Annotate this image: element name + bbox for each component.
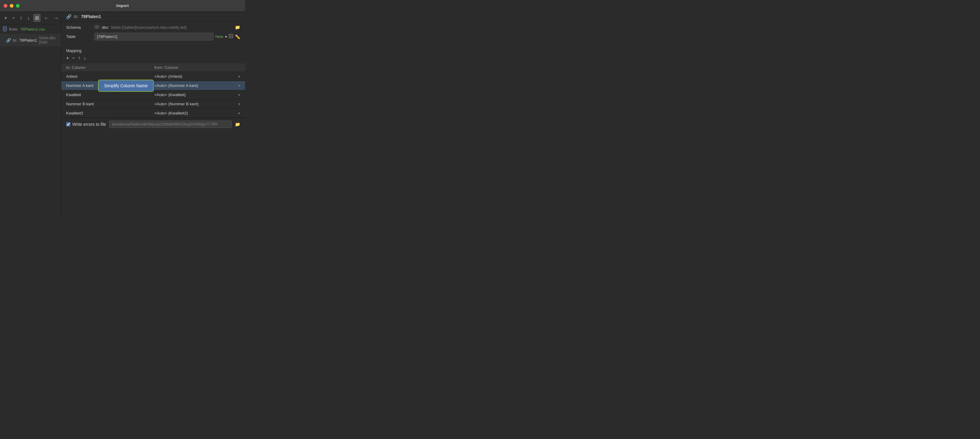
sidebar: + − ↑ ↓ ⊞ ← → from: 78Platen1.csv 🔗 to: …	[0, 12, 61, 220]
maximize-button[interactable]	[16, 4, 20, 8]
from-col-wrap: <Auto> (Nummer B kant)▾	[154, 102, 240, 106]
source-item[interactable]: from: 78Platen1.csv	[0, 24, 61, 34]
mapping-from-col: <Auto> (Nummer B kant)▾	[150, 100, 245, 109]
from-col-dropdown-button[interactable]: ▾	[238, 93, 240, 97]
table-label: Table	[66, 34, 91, 39]
move-up-button[interactable]: ↑	[19, 15, 24, 21]
grid-view-button[interactable]: ⊞	[33, 14, 40, 22]
new-badge: New	[215, 34, 223, 39]
mapping-to-col: Nummer A kantSimplify Column Name	[61, 81, 150, 90]
from-col-text: <Auto> (Kwaliteit2)	[154, 111, 188, 115]
traffic-lights	[4, 4, 20, 8]
mapping-toolbar: + − ↑ ↓	[61, 54, 245, 64]
svg-rect-5	[97, 25, 99, 27]
move-down-button[interactable]: ↓	[26, 15, 31, 21]
schema-db-icon	[94, 25, 99, 30]
from-col-wrap: <Auto> (Nummer A kant)▾	[154, 83, 240, 88]
from-col-dropdown-button[interactable]: ▾	[238, 102, 240, 106]
schema-label: Schema	[66, 25, 91, 30]
error-file-folder-button[interactable]: 📁	[235, 122, 240, 127]
target-link-icon: 🔗	[6, 38, 11, 43]
mapping-from-col: <Auto> (Nummer A kant)▾	[150, 81, 245, 90]
svg-rect-7	[97, 27, 99, 29]
target-label: to:	[13, 38, 17, 43]
form-section: Schema dbo Sable [Sable@sanctuarium.labs…	[61, 22, 245, 46]
mapping-move-up-button[interactable]: ↑	[78, 56, 81, 61]
mapping-to-col: Nummer B kant	[61, 100, 150, 109]
bottom-bar: Write errors to file 📁	[61, 118, 245, 130]
schema-user: Sable [Sable@sanctuarium.labs.intellij.n…	[111, 25, 186, 30]
col-header-from: from: Column	[150, 64, 245, 72]
target-schema-short: Sable.dbo [Sabl	[39, 36, 58, 45]
mapping-remove-button[interactable]: −	[72, 56, 75, 61]
mapping-row[interactable]: Kwaliteit2<Auto> (Kwaliteit2)▾	[61, 109, 245, 118]
svg-rect-4	[94, 25, 97, 27]
from-col-dropdown-button[interactable]: ▾	[238, 84, 240, 88]
panel-link-icon: 🔗	[66, 14, 72, 19]
from-col-text: <Auto> (Kwaliteit)	[154, 92, 186, 97]
panel-target-name: 78Platen1	[81, 14, 101, 19]
table-edit-icon[interactable]	[229, 34, 233, 39]
table-name-input[interactable]	[94, 33, 213, 40]
schema-dbname: dbo	[102, 25, 108, 30]
col-header-to: to: Column	[61, 64, 150, 72]
remove-button[interactable]: −	[11, 15, 16, 21]
schema-value: dbo Sable [Sable@sanctuarium.labs.intell…	[94, 25, 240, 30]
minimize-button[interactable]	[10, 4, 13, 8]
source-filename: 78Platen1.csv	[20, 27, 45, 32]
from-col-wrap: <Auto> (Kwaliteit2)▾	[154, 111, 240, 115]
mapping-from-col: <Auto> (Artiest)▾	[150, 72, 245, 81]
right-panel: 🔗 to: 78Platen1 Schema dbo Sable [Sable@…	[61, 12, 245, 220]
source-label: from:	[9, 27, 18, 32]
from-col-text: <Auto> (Artiest)	[154, 74, 182, 79]
write-errors-wrap: Write errors to file	[66, 122, 106, 127]
table-dropdown-button[interactable]: ▾	[225, 35, 227, 39]
write-errors-checkbox[interactable]	[66, 122, 70, 126]
svg-rect-6	[94, 27, 97, 29]
back-button[interactable]: ←	[43, 15, 50, 21]
panel-header-label: to:	[74, 14, 79, 19]
from-col-wrap: <Auto> (Kwaliteit)▾	[154, 92, 240, 97]
from-col-wrap: <Auto> (Artiest)▾	[154, 74, 240, 79]
mapping-row[interactable]: Nummer A kantSimplify Column Name<Auto> …	[61, 81, 245, 90]
table-field-container: New ▾ ✏️	[94, 33, 240, 40]
from-col-dropdown-button[interactable]: ▾	[238, 111, 240, 115]
mapping-from-col: <Auto> (Kwaliteit)▾	[150, 90, 245, 100]
schema-folder-button[interactable]: 📁	[235, 25, 240, 30]
write-errors-label: Write errors to file	[72, 122, 106, 127]
mapping-row[interactable]: Kwaliteit<Auto> (Kwaliteit)▾	[61, 90, 245, 100]
sidebar-toolbar: + − ↑ ↓ ⊞ ← →	[0, 12, 61, 24]
table-row-form: Table New ▾ ✏️	[66, 33, 240, 40]
simplify-column-name-tooltip[interactable]: Simplify Column Name	[98, 80, 154, 92]
forward-button[interactable]: →	[52, 15, 60, 21]
mapping-to-col: Kwaliteit2	[61, 109, 150, 118]
schema-row: Schema dbo Sable [Sable@sanctuarium.labs…	[66, 25, 240, 30]
mapping-table: to: Column from: Column Artiest<Auto> (A…	[61, 64, 245, 118]
from-col-dropdown-button[interactable]: ▾	[238, 75, 240, 79]
mapping-row[interactable]: Nummer B kant<Auto> (Nummer B kant)▾	[61, 100, 245, 109]
window-title: Import	[116, 3, 129, 8]
main-layout: + − ↑ ↓ ⊞ ← → from: 78Platen1.csv 🔗 to: …	[0, 12, 245, 220]
close-button[interactable]	[4, 4, 7, 8]
from-col-text: <Auto> (Nummer A kant)	[154, 83, 198, 88]
mapping-row[interactable]: Artiest<Auto> (Artiest)▾	[61, 72, 245, 81]
source-file-icon	[3, 26, 7, 32]
target-tablename: 78Platen1	[19, 38, 37, 43]
mapping-label: Mapping	[61, 46, 245, 54]
error-file-path-input[interactable]	[109, 121, 232, 128]
mapping-add-button[interactable]: +	[66, 56, 69, 61]
panel-header: 🔗 to: 78Platen1	[61, 12, 245, 22]
target-item[interactable]: 🔗 to: 78Platen1 Sable.dbo [Sabl	[0, 34, 61, 46]
mapping-move-down-button[interactable]: ↓	[84, 56, 86, 61]
titlebar: Import	[0, 0, 245, 12]
mapping-from-col: <Auto> (Kwaliteit2)▾	[150, 109, 245, 118]
table-link-edit-button[interactable]: ✏️	[235, 34, 240, 39]
add-button[interactable]: +	[3, 15, 8, 21]
from-col-text: <Auto> (Nummer B kant)	[154, 102, 199, 106]
